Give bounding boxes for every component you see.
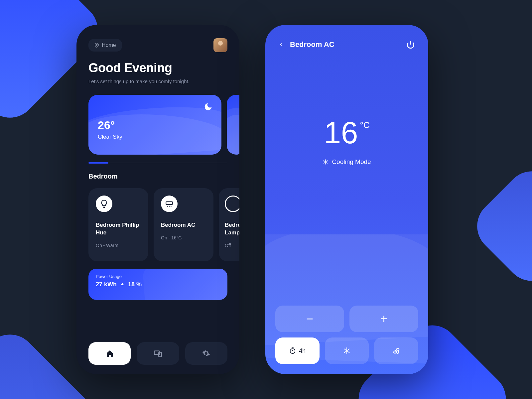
ac-mode-label: Cooling Mode [332,158,371,166]
device-detail-screen: Bedroom AC 16 °C Cooling Mode − + 4h [265,25,428,374]
nav-home[interactable] [88,342,131,365]
device-status: Off [225,243,239,248]
power-usage-label: Power Usage [96,274,220,279]
svg-point-4 [290,349,295,354]
device-title: Bedroom AC [290,40,334,49]
snowflake-icon [343,347,351,355]
device-status: On - 16°C [161,235,206,240]
device-card-ac[interactable]: Bedroom AC On - 16°C [154,188,213,261]
location-pill[interactable]: Home [88,39,122,52]
cool-mode-button[interactable] [325,337,369,364]
power-usage-card[interactable]: Power Usage 27 kWh 18 % [88,269,227,300]
snowflake-icon [323,159,329,165]
timer-label: 4h [299,347,306,354]
greeting-subtitle: Let's set things up to make you comfy to… [88,78,227,84]
weather-temp: 26° [98,119,212,132]
ac-icon [161,196,178,212]
timer-button[interactable]: 4h [275,337,320,364]
back-icon[interactable] [279,41,283,48]
fan-icon [392,346,401,355]
device-card-lamp[interactable]: Bedroom Lamp Off [219,188,239,261]
device-name: Bedroom AC [161,221,206,229]
bg-shape [466,160,532,292]
power-pct: 18 % [128,281,142,288]
room-label: Bedroom [76,163,239,180]
moon-icon [203,102,213,113]
weather-card-next[interactable] [227,95,239,155]
temp-down-button[interactable]: − [275,306,344,332]
up-arrow-icon [121,283,124,286]
nav-settings[interactable] [185,342,227,365]
stopwatch-icon [289,347,296,354]
home-screen: Home Good Evening Let's set things up to… [76,25,239,374]
avatar[interactable] [213,38,227,52]
gear-icon [202,349,210,357]
weather-card[interactable]: 26° Clear Sky [88,95,221,155]
svg-point-0 [96,44,97,46]
bottom-nav [88,342,227,365]
ac-temp: 16 [324,115,358,150]
temp-up-button[interactable]: + [349,306,418,332]
device-name: Bedroom Phillip Hue [96,221,141,237]
device-status: On - Warm [96,243,141,248]
nav-devices[interactable] [137,342,179,365]
device-card-bulb[interactable]: Bedroom Phillip Hue On - Warm [88,188,148,261]
fan-mode-button[interactable] [374,337,418,364]
power-kwh: 27 kWh [96,281,117,288]
devices-icon [154,349,162,358]
greeting-title: Good Evening [88,61,227,75]
home-icon [106,349,114,357]
svg-rect-1 [166,202,173,205]
svg-point-5 [396,350,397,351]
location-label: Home [102,42,116,48]
power-icon[interactable] [406,40,415,49]
weather-desc: Clear Sky [98,134,212,140]
device-name: Bedroom Lamp [225,221,239,237]
ac-unit: °C [360,120,370,130]
carousel-indicator [88,163,227,163]
circle-icon [225,196,239,212]
location-pin-icon [94,43,99,48]
bulb-icon [96,196,112,212]
